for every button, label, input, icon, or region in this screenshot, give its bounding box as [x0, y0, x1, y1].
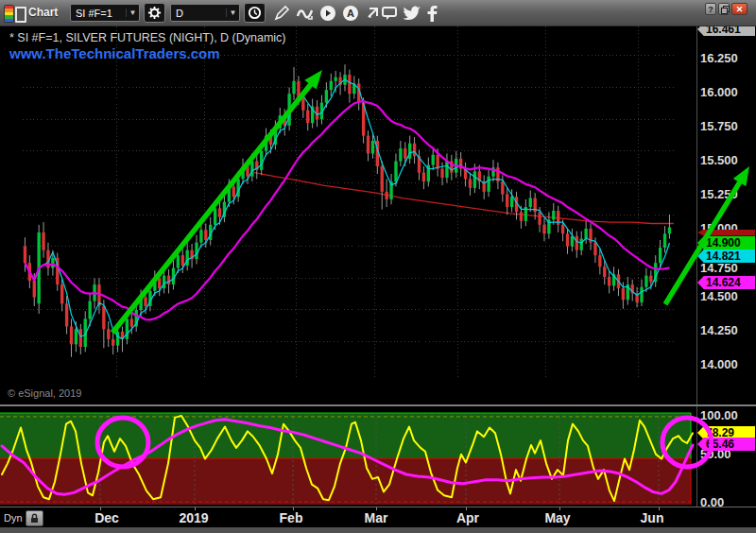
candle-body	[325, 90, 328, 102]
candle-body	[65, 303, 68, 326]
gear-icon	[147, 6, 162, 20]
candle-body	[214, 208, 216, 224]
candle-body	[246, 166, 249, 177]
svg-text:A: A	[347, 8, 354, 19]
studies-button[interactable]	[294, 4, 315, 23]
app-icon	[4, 5, 14, 23]
dyn-tab[interactable]: Dyn	[4, 512, 23, 524]
candle-body	[75, 329, 77, 344]
playback-button[interactable]	[318, 4, 338, 23]
candle-body	[292, 81, 295, 94]
candle-body	[668, 228, 671, 234]
copyright-watermark: © eSignal, 2019	[8, 387, 81, 399]
restore-button[interactable]	[718, 3, 730, 15]
candle-body	[445, 162, 448, 178]
x-axis-tick	[466, 507, 467, 510]
chevron-down-icon[interactable]: ▼	[126, 9, 139, 17]
price-axis-label: 14.000	[700, 357, 738, 371]
candle-body	[42, 232, 44, 250]
candle-body	[422, 173, 425, 181]
oscillator-axis-label: 100.00	[700, 408, 738, 422]
price-axis-label: 14.750	[700, 261, 738, 275]
candle-body	[218, 208, 221, 216]
candle-body	[181, 255, 184, 266]
candle-body	[473, 171, 476, 187]
oscillator-panel[interactable]	[0, 406, 696, 507]
x-axis-label: May	[544, 510, 570, 525]
candle-body	[469, 179, 472, 187]
candle-body	[335, 77, 337, 81]
candle-body	[33, 281, 36, 297]
candle-body	[487, 177, 490, 192]
twitter-button[interactable]	[402, 4, 422, 23]
price-axis-label: 14.500	[700, 289, 738, 303]
website-watermark: www.TheTechnicalTraders.com	[9, 45, 220, 61]
candle-body	[663, 233, 666, 248]
candle-body	[158, 278, 161, 288]
candle-body	[399, 148, 402, 161]
twitter-icon	[403, 6, 421, 22]
candle-body	[153, 278, 156, 290]
settings-button[interactable]	[144, 3, 165, 23]
candle-body	[385, 192, 387, 199]
price-tag: 14.900	[697, 236, 755, 249]
price-axis-label: 15.750	[700, 119, 738, 133]
candle-body	[603, 266, 606, 277]
oscillator-zone	[0, 459, 691, 506]
candle-body	[102, 306, 105, 329]
time-axis[interactable]: Dyn Dec2019FebMarAprMayJun	[0, 507, 756, 527]
oscillator-tag: 65.46	[697, 438, 755, 451]
esignal-chart-window: { "titlebar": { "app_label": "Chart", "s…	[0, 0, 756, 533]
auto-chart-button[interactable]: A	[340, 4, 361, 23]
candle-body	[520, 212, 523, 220]
candle-body	[506, 195, 508, 207]
candle-body	[177, 255, 180, 267]
chat-button[interactable]	[379, 4, 400, 23]
clock-icon	[248, 6, 262, 20]
oscillator-tag: 78.29	[697, 426, 755, 439]
speech-bubble-icon	[381, 5, 399, 22]
time-template-button[interactable]	[244, 3, 266, 23]
close-button[interactable]: ✕	[731, 3, 747, 15]
play-icon	[319, 5, 336, 22]
pencil-icon	[273, 5, 290, 22]
candle-body	[576, 236, 578, 250]
candle-body	[529, 198, 532, 207]
candle-body	[79, 329, 82, 347]
candle-body	[130, 318, 133, 326]
candle-body	[608, 277, 610, 285]
price-axis-label: 15.250	[700, 187, 738, 201]
interval-dropdown[interactable]: D ▼	[170, 4, 240, 22]
candle-body	[330, 81, 333, 90]
facebook-icon	[426, 6, 438, 22]
close-icon: ✕	[736, 5, 744, 14]
draw-button[interactable]	[271, 4, 292, 23]
candle-body	[432, 155, 435, 165]
price-tag	[697, 230, 755, 236]
help-button[interactable]: ?	[705, 3, 716, 15]
panel-splitter[interactable]	[0, 404, 756, 406]
long-ma-line	[254, 173, 674, 224]
candle-body	[394, 162, 397, 182]
candle-body	[538, 212, 541, 224]
candle-body	[126, 318, 129, 339]
price-axis[interactable]: 16.25016.00015.75015.50015.25015.00014.7…	[696, 26, 756, 507]
chevron-down-icon[interactable]: ▼	[226, 9, 239, 17]
symbol-dropdown[interactable]: SI #F=1 ▼	[70, 4, 140, 22]
candle-body	[413, 144, 416, 156]
candle-body	[250, 162, 253, 177]
candle-body	[204, 230, 207, 240]
facebook-button[interactable]	[425, 4, 438, 23]
lock-button[interactable]	[26, 510, 43, 526]
x-axis-label: Dec	[94, 510, 119, 525]
candle-body	[60, 284, 63, 303]
candle-body	[51, 258, 54, 268]
x-axis-tick	[376, 507, 377, 510]
price-tag: 14.821	[697, 249, 755, 263]
candle-body	[139, 298, 142, 310]
price-chart-panel[interactable]	[0, 26, 696, 404]
candle-body	[371, 141, 374, 153]
price-axis-label: 14.250	[700, 323, 738, 337]
auto-icon: A	[342, 5, 359, 22]
candle-body	[265, 136, 267, 151]
